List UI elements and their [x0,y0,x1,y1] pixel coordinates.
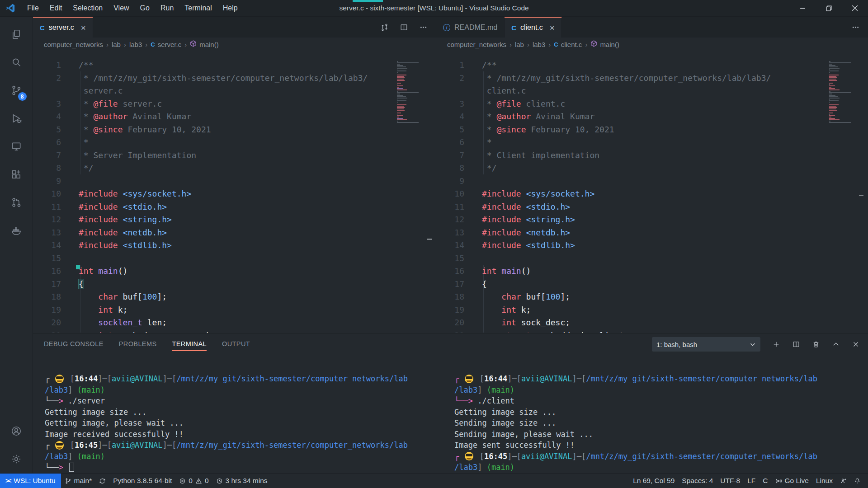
breadcrumb-item[interactable]: lab [112,41,121,48]
time-tracker[interactable]: 3 hrs 34 mins [212,474,271,488]
more-actions-icon[interactable] [851,23,860,32]
menu-terminal[interactable]: Terminal [179,0,217,16]
go-live[interactable]: Go Live [772,474,812,488]
line-number: 11 [33,201,61,214]
sync-changes[interactable] [95,474,109,488]
code-line: 19 int k; [33,304,436,317]
code-line: 2 * /mnt/z/my_git/sixth-semester/compute… [436,72,868,85]
code-line: client.c [436,84,868,98]
encoding[interactable]: UTF-8 [717,474,744,488]
tab-server.c[interactable]: Cserver.c× [33,17,93,38]
open-changes-icon[interactable] [380,23,389,32]
line-number: 17 [33,278,61,291]
os-indicator[interactable]: Linux [812,474,836,488]
problems-status[interactable]: 0 0 [175,474,212,488]
tab-client.c[interactable]: Cclient.c× [505,17,562,38]
notifications[interactable] [850,474,864,488]
terminal-picker-dropdown[interactable]: 1: bash, bash [652,337,760,352]
line-number: 2 [33,72,61,85]
line-number: 19 [33,304,61,317]
feedback[interactable] [836,474,850,488]
symbol-method-icon [590,40,597,48]
breadcrumb-item[interactable]: lab3 [129,41,142,48]
panel-tab-debug-console[interactable]: DEBUG CONSOLE [44,338,104,351]
line-number: 11 [436,201,464,214]
cool-emoji [465,375,473,383]
settings-gear-icon[interactable] [0,445,33,473]
indentation[interactable]: Spaces: 4 [678,474,717,488]
breadcrumb-separator: › [184,41,187,48]
code-line: 21 struct sockaddr_in client; [436,329,868,333]
terminal-line: └──> [45,462,436,473]
tab-README.md[interactable]: iREADME.md [436,17,505,38]
code-editor-client[interactable]: 1/**2 * /mnt/z/my_git/sixth-semester/com… [436,51,868,333]
menu-go[interactable]: Go [135,0,155,16]
terminal-server[interactable]: ┌ [16:44]─[avii@AVINAL]─[/mnt/z/my_git/s… [33,355,436,473]
panel-tab-terminal[interactable]: TERMINAL [172,338,207,351]
cursor-position[interactable]: Ln 69, Col 59 [629,474,678,488]
menu-selection[interactable]: Selection [67,0,108,16]
restore-icon[interactable] [816,0,842,16]
code-line: 7 * Server Implementation [33,149,436,162]
breadcrumb-item[interactable]: Cserver.c [151,41,181,48]
chevron-down-icon [750,341,756,347]
close-panel-icon[interactable] [852,340,860,348]
new-terminal-icon[interactable] [772,340,780,348]
menu-edit[interactable]: Edit [44,0,68,16]
github-pr-icon[interactable] [0,188,33,216]
extensions-icon[interactable] [0,160,33,188]
explorer-icon[interactable] [0,20,33,48]
terminal-line: ┌ [16:44]─[avii@AVINAL]─[/mnt/z/my_git/s… [45,373,436,385]
remote-explorer-icon[interactable] [0,132,33,160]
panel-tab-problems[interactable]: PROBLEMS [119,338,157,351]
menu-view[interactable]: View [108,0,134,16]
breadcrumb-item[interactable]: main() [190,40,219,48]
breadcrumb-item[interactable]: lab3 [533,41,545,48]
split-terminal-icon[interactable] [792,340,800,348]
eol-sequence[interactable]: LF [744,474,759,488]
close-window-icon[interactable] [842,0,868,16]
menu-run[interactable]: Run [155,0,179,16]
minimize-icon[interactable] [789,0,816,16]
remote-indicator[interactable]: >< WSL: Ubuntu [0,474,61,488]
panel-tab-output[interactable]: OUTPUT [222,338,250,351]
python-interpreter[interactable]: Python 3.8.5 64-bit [109,474,175,488]
menu-file[interactable]: File [22,0,44,16]
code-editor-server[interactable]: 1/**2 * /mnt/z/my_git/sixth-semester/com… [33,51,436,333]
code-line: 16int main() [436,265,868,278]
code-line: 5 * @since February 10, 2021 [436,123,868,136]
tab-label: client.c [520,23,543,32]
kill-terminal-icon[interactable] [812,340,820,348]
breadcrumb-item[interactable]: computer_networks [44,41,103,48]
language-mode[interactable]: C [759,474,771,488]
git-branch[interactable]: main* [61,474,96,488]
code-line: 17{ [33,278,436,291]
close-tab-icon[interactable]: × [81,23,86,32]
code-line: 9 [436,175,868,188]
accounts-icon[interactable] [0,417,33,445]
code-line: 11#include <stdio.h> [436,201,868,214]
breadcrumb-item[interactable]: computer_networks [447,41,506,48]
source-control-icon[interactable]: 8 [0,76,33,104]
docker-icon[interactable] [0,216,33,244]
maximize-panel-icon[interactable] [832,340,840,348]
split-editor-icon[interactable] [400,23,408,32]
terminal-line: └──> ./client [454,395,868,407]
close-tab-icon[interactable]: × [550,23,555,32]
breadcrumb-item[interactable]: lab [515,41,524,48]
breadcrumb-left: computer_networks›lab›lab3›Cserver.c›mai… [33,38,436,51]
line-number: 16 [33,265,61,278]
line-number: 7 [33,149,61,162]
line-number: 3 [436,98,464,111]
breadcrumb-item[interactable]: Cclient.c [554,41,582,48]
search-icon[interactable] [0,48,33,76]
code-line: 15 [33,252,436,265]
code-line: 4 * @author Avinal Kumar [33,110,436,123]
run-debug-icon[interactable] [0,104,33,132]
terminal-client[interactable]: ┌ [16:44]─[avii@AVINAL]─[/mnt/z/my_git/s… [436,355,868,473]
progress-strip [353,0,383,2]
line-number: 8 [436,162,464,175]
menu-help[interactable]: Help [217,0,243,16]
breadcrumb-item[interactable]: main() [590,40,619,48]
more-actions-icon[interactable] [419,23,428,32]
